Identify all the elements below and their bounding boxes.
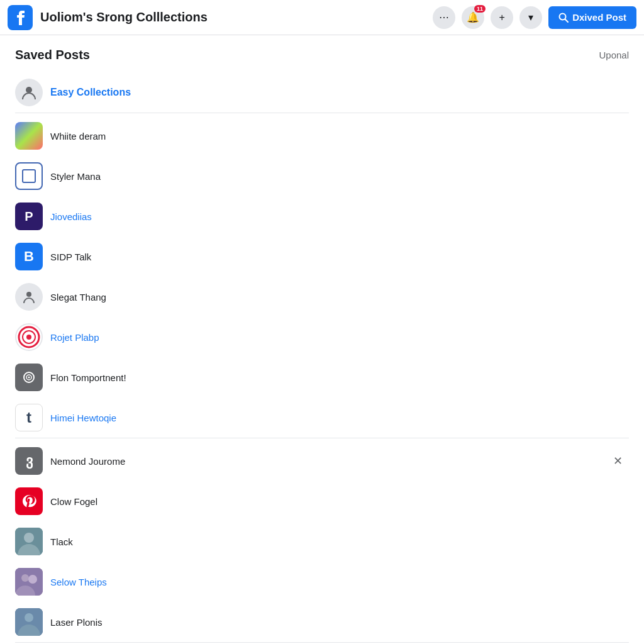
easy-collections-row[interactable]: Easy Collections [15,72,629,113]
add-button[interactable]: + [491,6,513,29]
item-label: Tlack [50,536,73,547]
item-label: Nemond Jourome [50,456,125,467]
list-item[interactable]: ვ Nemond Jourome ✕ [15,441,629,481]
list-item[interactable]: B SIDP Talk [15,236,629,277]
item-label: Whiite deram [50,131,106,142]
item-icon-slegat-thang [15,283,43,311]
header-icon-group: ⋯ 🔔 11 + ▾ Dxived Post [433,6,636,29]
item-icon-sidp-talk: B [15,243,43,270]
list-item[interactable]: Styler Mana [15,156,629,196]
item-label-link: Rojet Plabp [50,332,99,343]
item-icon-flon-tomportnent [15,364,43,391]
notification-icon: 🔔 [467,11,479,23]
notifications-button[interactable]: 🔔 11 [462,6,484,29]
item-icon-himei-hewtoqie: t [15,404,43,431]
svg-point-13 [24,533,34,543]
easy-collections-label[interactable]: Easy Collections [50,87,131,98]
item-label: Styler Mana [50,171,101,182]
easy-collections-avatar [15,79,43,106]
item-icon-tlack [15,528,43,555]
svg-point-5 [26,292,31,297]
search-icon [558,13,569,23]
list-item[interactable]: t Himei Hewtoqie [15,397,629,438]
dropdown-button[interactable]: ▾ [519,6,542,29]
item-label: SIDP Talk [50,252,91,262]
item-label: Slegat Thang [50,292,106,303]
item-label: Clow Fogel [50,496,97,507]
list-section-1: Whiite deram Styler Mana P Jiovediias B … [15,116,629,438]
item-icon-clow-fogel [15,487,43,515]
facebook-logo [8,5,33,30]
list-item[interactable]: Whiite deram [15,116,629,156]
search-post-button[interactable]: Dxived Post [548,6,636,29]
svg-point-16 [28,575,37,584]
svg-point-11 [28,377,30,379]
more-options-button[interactable]: ⋯ [433,6,455,29]
item-icon-laser-plonis [15,608,43,636]
list-section-2: ვ Nemond Jourome ✕ Clow Fogel Tlack [15,441,629,643]
item-icon-jiovediias: P [15,203,43,230]
item-label-link: Selow Theips [50,577,107,587]
list-item[interactable]: Laser Plonis [15,602,629,642]
list-item[interactable]: Tlack [15,521,629,562]
item-icon-nemond-jourome: ვ [15,447,43,475]
svg-point-3 [26,87,32,93]
person-icon [21,84,37,101]
svg-point-18 [25,613,33,622]
item-icon-rojet-plabp [15,323,43,351]
item-icon-styler-mana [15,162,43,190]
item-label: Laser Plonis [50,617,103,628]
list-item[interactable]: Rojet Plabp [15,317,629,357]
list-item[interactable]: Clow Fogel [15,481,629,521]
saved-posts-header: Saved Posts Uponal [15,48,629,62]
saved-posts-action[interactable]: Uponal [599,50,629,60]
item-label-link: Himei Hewtoqie [50,413,116,423]
svg-rect-4 [23,170,35,182]
list-item[interactable]: Selow Theips [15,562,629,602]
notification-badge: 11 [474,5,486,13]
main-content: Saved Posts Uponal Easy Collections Whii… [0,35,644,644]
app-header: Uoliom's Srong Colllections ⋯ 🔔 11 + ▾ D… [0,0,644,35]
list-item[interactable]: Flon Tomportnent! [15,357,629,397]
list-item[interactable]: Slegat Thang [15,277,629,317]
saved-posts-title: Saved Posts [15,48,90,62]
svg-point-8 [26,335,31,340]
item-icon-white-deram [15,122,43,150]
svg-line-2 [565,19,569,22]
item-icon-selow-theips [15,568,43,596]
svg-point-15 [21,574,29,582]
close-button[interactable]: ✕ [609,452,626,470]
item-label-link: Jiovediias [50,211,92,222]
list-item[interactable]: P Jiovediias [15,196,629,236]
header-title: Uoliom's Srong Colllections [40,10,425,25]
item-label: Flon Tomportnent! [50,372,126,383]
